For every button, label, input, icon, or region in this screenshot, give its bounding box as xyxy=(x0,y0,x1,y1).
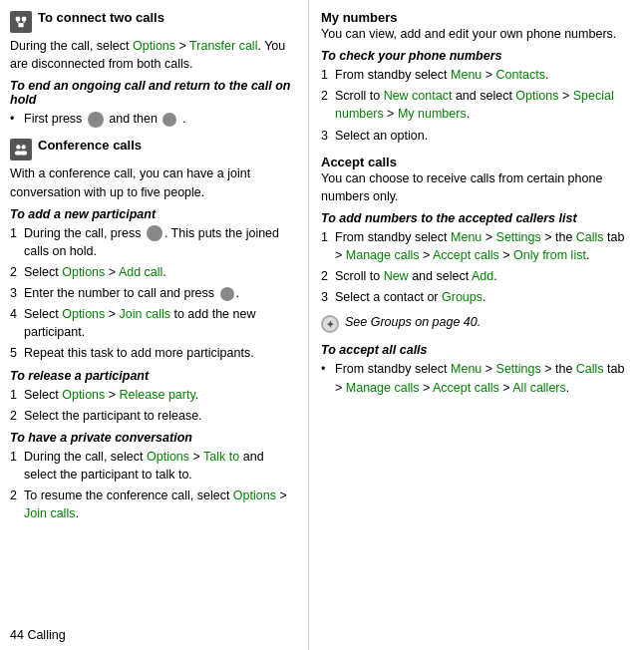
end-hold-list: • First press and then . xyxy=(10,110,296,128)
connect-body: During the call, select Options > Transf… xyxy=(10,37,296,73)
connect-icon xyxy=(10,11,32,33)
add-step-4: 4 Select Options > Join calls to add the… xyxy=(10,305,296,341)
check-numbers-list: 1 From standby select Menu > Contacts. 2… xyxy=(321,66,632,145)
release-list: 1 Select Options > Release party. 2 Sele… xyxy=(10,386,296,425)
release-step-1: 1 Select Options > Release party. xyxy=(10,386,296,404)
left-column: To connect two calls During the call, se… xyxy=(0,0,309,650)
right-column: My numbers You can view, add and edit yo… xyxy=(309,0,644,650)
add-numbers-heading: To add numbers to the accepted callers l… xyxy=(321,211,632,225)
accept-all-text: From standby select Menu > Settings > th… xyxy=(335,360,632,396)
check-step-3: 3 Select an option. xyxy=(321,127,632,145)
join-icon-1 xyxy=(147,225,162,241)
svg-point-5 xyxy=(16,146,20,150)
add-num-step-2: 2 Scroll to New and select Add. xyxy=(321,267,632,285)
add-step-1: 1 During the call, press . This puts the… xyxy=(10,224,296,260)
conference-title: Conference calls xyxy=(38,138,142,153)
end-hold-item: • First press and then . xyxy=(10,110,296,128)
bullet-symbol: • xyxy=(10,110,22,128)
release-heading: To release a participant xyxy=(10,369,296,383)
connect-title: To connect two calls xyxy=(38,10,164,25)
private-step-1: 1 During the call, select Options > Talk… xyxy=(10,448,296,484)
tip-row: ✦ See Groups on page 40. xyxy=(321,314,632,333)
add-step-2: 2 Select Options > Add call. xyxy=(10,263,296,281)
conference-body: With a conference call, you can have a j… xyxy=(10,164,296,200)
svg-point-8 xyxy=(20,152,27,156)
release-step-2: 2 Select the participant to release. xyxy=(10,407,296,425)
accept-all-list: • From standby select Menu > Settings > … xyxy=(321,360,632,396)
private-list: 1 During the call, select Options > Talk… xyxy=(10,448,296,523)
accept-all-section: To accept all calls • From standby selec… xyxy=(321,343,632,396)
conference-icon xyxy=(10,139,32,161)
end-hold-heading: To end an ongoing call and return to the… xyxy=(10,79,296,107)
svg-rect-0 xyxy=(16,17,20,21)
add-num-step-1: 1 From standby select Menu > Settings > … xyxy=(321,228,632,264)
accept-all-item: • From standby select Menu > Settings > … xyxy=(321,360,632,396)
add-num-step-3: 3 Select a contact or Groups. xyxy=(321,288,632,306)
end-hold-text: First press and then . xyxy=(24,110,185,128)
my-numbers-section: My numbers You can view, add and edit yo… xyxy=(321,10,632,145)
add-participant-list: 1 During the call, press . This puts the… xyxy=(10,224,296,363)
page-footer: 44 Calling xyxy=(10,628,66,642)
my-numbers-body: You can view, add and edit your own phon… xyxy=(321,25,632,43)
accept-all-heading: To accept all calls xyxy=(321,343,632,357)
private-heading: To have a private conversation xyxy=(10,431,296,445)
accept-calls-title: Accept calls xyxy=(321,155,632,169)
svg-rect-2 xyxy=(18,23,23,27)
phone-icon xyxy=(162,113,176,127)
tip-text: See Groups on page 40. xyxy=(345,314,481,332)
my-numbers-title: My numbers xyxy=(321,10,632,25)
end-button-icon xyxy=(88,112,104,128)
connect-section: To connect two calls During the call, se… xyxy=(10,10,296,128)
transfer-link: Transfer call xyxy=(189,39,257,53)
conference-section: Conference calls With a conference call,… xyxy=(10,138,296,522)
tip-icon: ✦ xyxy=(321,315,339,333)
private-step-2: 2 To resume the conference call, select … xyxy=(10,487,296,522)
call-icon xyxy=(220,287,234,301)
add-participant-heading: To add a new participant xyxy=(10,207,296,221)
page: To connect two calls During the call, se… xyxy=(0,0,644,650)
accept-calls-section: Accept calls You can choose to receive c… xyxy=(321,155,632,334)
svg-point-6 xyxy=(21,146,25,150)
options-link: Options xyxy=(133,39,175,53)
check-step-2: 2 Scroll to New contact and select Optio… xyxy=(321,87,632,123)
accept-all-bullet: • xyxy=(321,360,333,378)
add-numbers-list: 1 From standby select Menu > Settings > … xyxy=(321,228,632,307)
check-numbers-heading: To check your phone numbers xyxy=(321,49,632,63)
check-step-1: 1 From standby select Menu > Contacts. xyxy=(321,66,632,84)
svg-rect-1 xyxy=(22,17,26,21)
add-step-5: 5 Repeat this task to add more participa… xyxy=(10,344,296,362)
accept-calls-body: You can choose to receive calls from cer… xyxy=(321,169,632,205)
add-step-3: 3 Enter the number to call and press . xyxy=(10,284,296,302)
